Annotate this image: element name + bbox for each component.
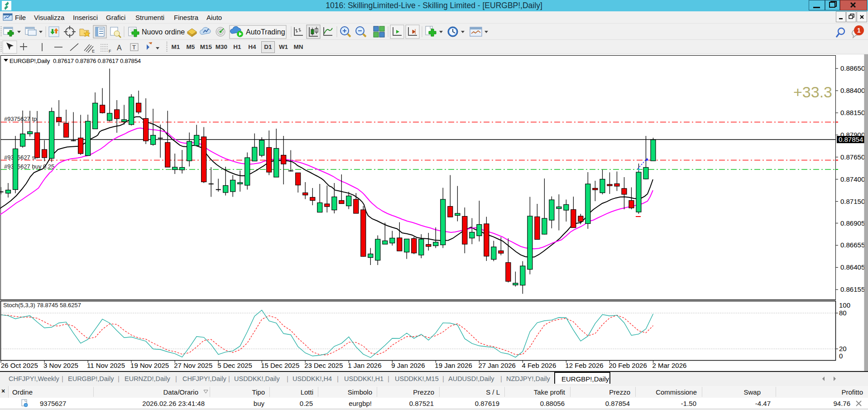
svg-text:0.86155: 0.86155 <box>840 285 865 293</box>
svg-text:0.86655: 0.86655 <box>840 241 865 249</box>
svg-text:F: F <box>109 49 111 53</box>
svg-text:0.87150: 0.87150 <box>840 198 865 205</box>
svg-text:0.86405: 0.86405 <box>840 263 865 271</box>
svg-text:0.88150: 0.88150 <box>840 109 865 116</box>
svg-text:E: E <box>92 49 95 53</box>
svg-text:19 Jan 2026: 19 Jan 2026 <box>435 362 472 369</box>
svg-text:1: 1 <box>857 27 861 34</box>
svg-text:12 Feb 2026: 12 Feb 2026 <box>565 362 603 369</box>
svg-text:AutoTrading: AutoTrading <box>246 28 285 36</box>
svg-text:3 Nov 2025: 3 Nov 2025 <box>43 362 78 369</box>
svg-text:2 Mar 2026: 2 Mar 2026 <box>652 362 687 369</box>
svg-text:0.87400: 0.87400 <box>840 175 865 183</box>
svg-text:20: 20 <box>839 345 847 352</box>
svg-text:T: T <box>132 44 136 51</box>
svg-text:0.87650: 0.87650 <box>840 153 865 161</box>
svg-text:0.88650: 0.88650 <box>840 64 865 72</box>
svg-text:A: A <box>117 44 122 52</box>
svg-text:27 Nov 2025: 27 Nov 2025 <box>174 362 212 369</box>
svg-text:20 Feb 2026: 20 Feb 2026 <box>609 362 647 369</box>
svg-text:0.86905: 0.86905 <box>840 219 865 227</box>
svg-text:Nuovo ordine: Nuovo ordine <box>142 28 185 36</box>
svg-text:EURGBP!,Daily 0.87617 0.87876: EURGBP!,Daily 0.87617 0.87876 0.87617 0.… <box>10 58 141 64</box>
svg-text:15 Dec 2025: 15 Dec 2025 <box>261 362 299 369</box>
svg-text:80: 80 <box>839 309 847 317</box>
svg-text:100: 100 <box>839 301 850 309</box>
svg-text:11 Nov 2025: 11 Nov 2025 <box>87 362 125 369</box>
svg-text:1 Jan 2026: 1 Jan 2026 <box>348 362 381 369</box>
svg-text:+33.3: +33.3 <box>793 83 832 101</box>
svg-text:23 Dec 2025: 23 Dec 2025 <box>304 362 343 369</box>
svg-text:0.88400: 0.88400 <box>840 87 865 94</box>
svg-text:27 Jan 2026: 27 Jan 2026 <box>478 362 516 369</box>
svg-text:9 Jan 2026: 9 Jan 2026 <box>391 362 425 369</box>
svg-text:4 Feb 2026: 4 Feb 2026 <box>522 362 556 369</box>
svg-text:#9375627 tp: #9375627 tp <box>4 116 37 122</box>
svg-text:Stoch(5,3,3) 78.8745 58.6257: Stoch(5,3,3) 78.8745 58.6257 <box>3 302 81 309</box>
svg-text:0.87854: 0.87854 <box>839 135 863 143</box>
svg-text:5 Dec 2025: 5 Dec 2025 <box>217 362 252 369</box>
svg-text:26 Oct 2025: 26 Oct 2025 <box>1 362 38 369</box>
svg-text:0: 0 <box>839 352 843 360</box>
svg-text:#9375627 sl: #9375627 sl <box>4 154 36 161</box>
svg-text:19 Nov 2025: 19 Nov 2025 <box>130 362 169 369</box>
